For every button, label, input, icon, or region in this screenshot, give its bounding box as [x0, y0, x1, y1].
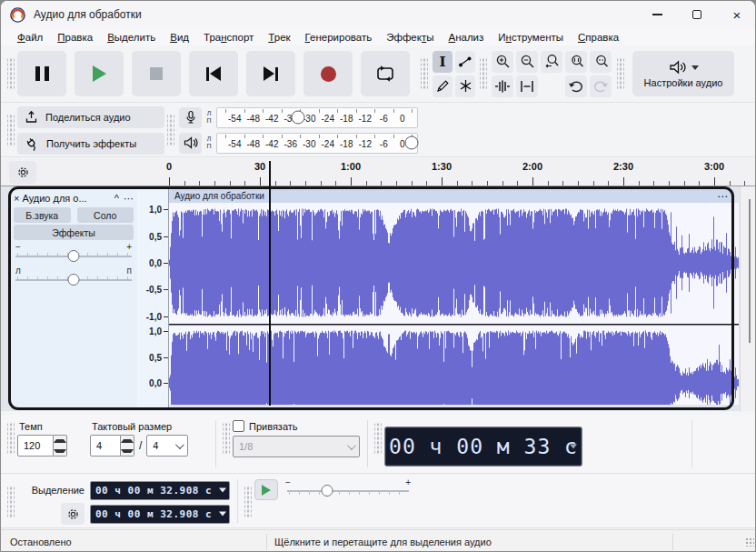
- pan-slider-thumb[interactable]: [68, 274, 80, 286]
- vertical-scrollbar-thumb[interactable]: [749, 199, 751, 343]
- maximize-button[interactable]: [677, 1, 717, 28]
- microphone-button[interactable]: [179, 107, 202, 128]
- tools-toolbar-grip[interactable]: [421, 57, 428, 90]
- gain-slider-thumb[interactable]: [68, 250, 80, 262]
- time-signature-grip[interactable]: [7, 422, 15, 455]
- redo-button[interactable]: [590, 75, 612, 97]
- share-audio-button[interactable]: Поделиться аудио: [17, 106, 164, 128]
- trim-audio-button[interactable]: [492, 75, 513, 97]
- zoom-toggle-button[interactable]: [590, 51, 612, 73]
- clip-menu-button[interactable]: ⋯: [717, 190, 729, 203]
- fit-project-button[interactable]: [565, 51, 587, 73]
- skip-start-icon: [206, 66, 221, 81]
- zoom-out-button[interactable]: [516, 51, 538, 73]
- menu-item-Эффекты[interactable]: Эффекты: [379, 30, 441, 45]
- audio-position-display[interactable]: 00 ч 00 м 33 с: [384, 427, 582, 467]
- audio-setup-button[interactable]: Настройки аудио: [632, 51, 734, 96]
- tempo-spin-arrows[interactable]: [54, 435, 67, 457]
- playback-volume-slider[interactable]: [405, 136, 419, 150]
- track-collapse-button[interactable]: ^: [114, 193, 119, 204]
- transport-toolbar-grip[interactable]: [7, 57, 15, 90]
- effects-button[interactable]: Эффекты: [14, 225, 134, 240]
- beats-spin-arrows[interactable]: [121, 435, 134, 457]
- draw-tool-button[interactable]: [433, 75, 453, 97]
- pause-button[interactable]: [17, 51, 66, 96]
- playback-speaker-button[interactable]: [179, 133, 202, 154]
- menu-item-Анализ[interactable]: Анализ: [441, 30, 491, 45]
- zoom-in-button[interactable]: [492, 51, 513, 73]
- selection-tool-button[interactable]: I: [433, 51, 453, 73]
- snap-interval-dropdown[interactable]: 1/8: [233, 436, 360, 457]
- selection-options-button[interactable]: [61, 503, 85, 525]
- minimize-button[interactable]: [637, 1, 677, 28]
- gain-slider[interactable]: − +: [14, 244, 134, 264]
- multi-tool-button[interactable]: [455, 75, 475, 97]
- timeline-ruler[interactable]: 0301:001:302:002:303:00: [1, 158, 756, 186]
- record-icon: [321, 66, 336, 82]
- selection-start-field[interactable]: 00 ч 00 м 32.908 с: [90, 481, 230, 500]
- skip-to-start-button[interactable]: [189, 51, 238, 96]
- edit-toolbar-grip[interactable]: [480, 57, 487, 90]
- ruler-tick: [164, 383, 168, 384]
- meter-scale-value: -6: [380, 114, 388, 124]
- track-close-button[interactable]: ×: [14, 193, 19, 204]
- playback-meter[interactable]: -54-48-42-36-30-24-18-12-60: [216, 133, 418, 154]
- pan-slider[interactable]: л п: [14, 267, 134, 287]
- recording-volume-slider[interactable]: [291, 111, 304, 125]
- track-title[interactable]: Аудио для о...: [22, 193, 111, 204]
- meter-toolbar-grip[interactable]: [167, 114, 174, 146]
- tempo-spinner[interactable]: 120: [17, 435, 81, 457]
- skip-to-end-button[interactable]: [246, 51, 295, 96]
- recording-meter[interactable]: -54-48-42-36-30-24-18-12-60: [216, 107, 418, 128]
- share-toolbar-grip[interactable]: [7, 114, 15, 146]
- menu-item-Файл[interactable]: Файл: [10, 30, 50, 45]
- time-toolbar-grip[interactable]: [374, 422, 382, 455]
- vertical-ruler[interactable]: 1,00,50,0-0,5-1,01,00,50,0: [137, 189, 169, 407]
- menu-item-Справка[interactable]: Справка: [571, 30, 626, 45]
- play-speed-slider[interactable]: − +: [285, 479, 411, 500]
- meter-scale-value: -12: [359, 114, 372, 124]
- tempo-value[interactable]: 120: [17, 435, 54, 457]
- speed-slider-thumb[interactable]: [321, 485, 333, 497]
- beats-value[interactable]: 4: [90, 435, 121, 457]
- timeline-options-button[interactable]: [9, 161, 36, 184]
- track-menu-button[interactable]: ⋯: [124, 193, 134, 205]
- snap-checkbox[interactable]: [233, 420, 244, 432]
- undo-button[interactable]: [565, 75, 587, 97]
- vertical-scrollbar[interactable]: [740, 186, 756, 411]
- mute-button[interactable]: Б.звука: [14, 207, 71, 223]
- playback-meter-channels: Л П: [205, 135, 213, 150]
- solo-button[interactable]: Соло: [77, 207, 134, 223]
- share-upload-icon: [25, 110, 38, 124]
- close-button[interactable]: ×: [717, 1, 756, 28]
- menu-item-Вид[interactable]: Вид: [163, 30, 196, 45]
- resize-grip[interactable]: [745, 537, 754, 547]
- get-effects-button[interactable]: Получить эффекты: [17, 133, 164, 155]
- note-value-dropdown[interactable]: 4: [146, 435, 188, 457]
- stop-button[interactable]: [132, 51, 181, 96]
- waveform-canvas[interactable]: [169, 203, 739, 405]
- menu-item-Генерировать[interactable]: Генерировать: [298, 30, 380, 45]
- menu-item-Инструменты[interactable]: Инструменты: [491, 30, 571, 45]
- menu-item-Транспорт[interactable]: Транспорт: [196, 30, 261, 45]
- horizontal-scrollbar-thumb[interactable]: [178, 407, 626, 410]
- record-button[interactable]: [303, 51, 353, 96]
- play-speed-grip[interactable]: [244, 486, 252, 518]
- beats-spinner[interactable]: 4: [90, 435, 134, 457]
- clip-header[interactable]: Аудио для обработки ⋯: [169, 189, 734, 203]
- play-button[interactable]: [75, 51, 124, 96]
- selection-toolbar-grip[interactable]: [7, 486, 15, 518]
- fit-selection-button[interactable]: [541, 51, 562, 73]
- menu-item-Выделить[interactable]: Выделить: [100, 30, 163, 45]
- loop-button[interactable]: [361, 51, 410, 96]
- meter-scale-value: -30: [303, 139, 315, 149]
- play-at-speed-button[interactable]: [254, 479, 278, 500]
- audio-setup-grip[interactable]: [617, 57, 624, 90]
- tempo-group: Темп 120: [17, 415, 81, 473]
- silence-audio-button[interactable]: [516, 75, 538, 97]
- envelope-tool-button[interactable]: [455, 51, 475, 73]
- selection-end-field[interactable]: 00 ч 00 м 32.908 с: [90, 505, 230, 524]
- menu-item-Правка[interactable]: Правка: [50, 30, 100, 45]
- snapping-grip[interactable]: [223, 422, 230, 455]
- menu-item-Трек[interactable]: Трек: [261, 30, 297, 45]
